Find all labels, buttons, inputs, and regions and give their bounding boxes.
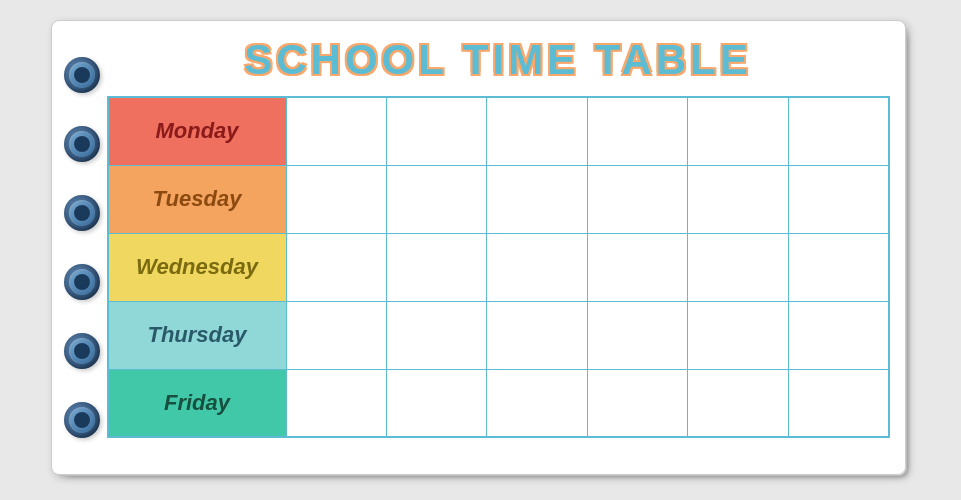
table-row: Friday	[108, 369, 889, 437]
ring-2	[64, 126, 100, 162]
table-row: Wednesday	[108, 233, 889, 301]
cell-thu-6	[788, 301, 888, 369]
table-row: Monday	[108, 97, 889, 165]
cell-wed-4	[587, 233, 687, 301]
cell-mon-5	[688, 97, 788, 165]
table-row: Tuesday	[108, 165, 889, 233]
day-friday: Friday	[108, 369, 287, 437]
cell-tue-5	[688, 165, 788, 233]
cell-thu-5	[688, 301, 788, 369]
cell-wed-6	[788, 233, 888, 301]
cell-tue-3	[487, 165, 587, 233]
cell-thu-2	[386, 301, 486, 369]
cell-fri-5	[688, 369, 788, 437]
cell-wed-1	[286, 233, 386, 301]
cell-mon-2	[386, 97, 486, 165]
cell-wed-2	[386, 233, 486, 301]
cell-fri-1	[286, 369, 386, 437]
timetable: Monday Tuesday	[107, 96, 890, 438]
day-wednesday: Wednesday	[108, 233, 287, 301]
page-title: SCHOOL TIME TABLE	[244, 36, 751, 84]
cell-wed-3	[487, 233, 587, 301]
table-row: Thursday	[108, 301, 889, 369]
cell-mon-4	[587, 97, 687, 165]
notebook-container: SCHOOL TIME TABLE Monday Tuesday	[51, 20, 911, 480]
ring-4	[64, 264, 100, 300]
cell-wed-5	[688, 233, 788, 301]
cell-thu-4	[587, 301, 687, 369]
ring-6	[64, 402, 100, 438]
ring-5	[64, 333, 100, 369]
rings	[52, 21, 112, 474]
cell-mon-1	[286, 97, 386, 165]
ring-1	[64, 57, 100, 93]
cell-thu-1	[286, 301, 386, 369]
cell-tue-4	[587, 165, 687, 233]
cell-tue-1	[286, 165, 386, 233]
cell-fri-4	[587, 369, 687, 437]
cell-tue-2	[386, 165, 486, 233]
content-area: SCHOOL TIME TABLE Monday Tuesday	[107, 36, 890, 459]
cell-mon-6	[788, 97, 888, 165]
day-monday: Monday	[108, 97, 287, 165]
main-page: SCHOOL TIME TABLE Monday Tuesday	[51, 20, 906, 475]
cell-thu-3	[487, 301, 587, 369]
cell-fri-3	[487, 369, 587, 437]
ring-3	[64, 195, 100, 231]
cell-fri-2	[386, 369, 486, 437]
cell-tue-6	[788, 165, 888, 233]
day-tuesday: Tuesday	[108, 165, 287, 233]
cell-fri-6	[788, 369, 888, 437]
cell-mon-3	[487, 97, 587, 165]
day-thursday: Thursday	[108, 301, 287, 369]
